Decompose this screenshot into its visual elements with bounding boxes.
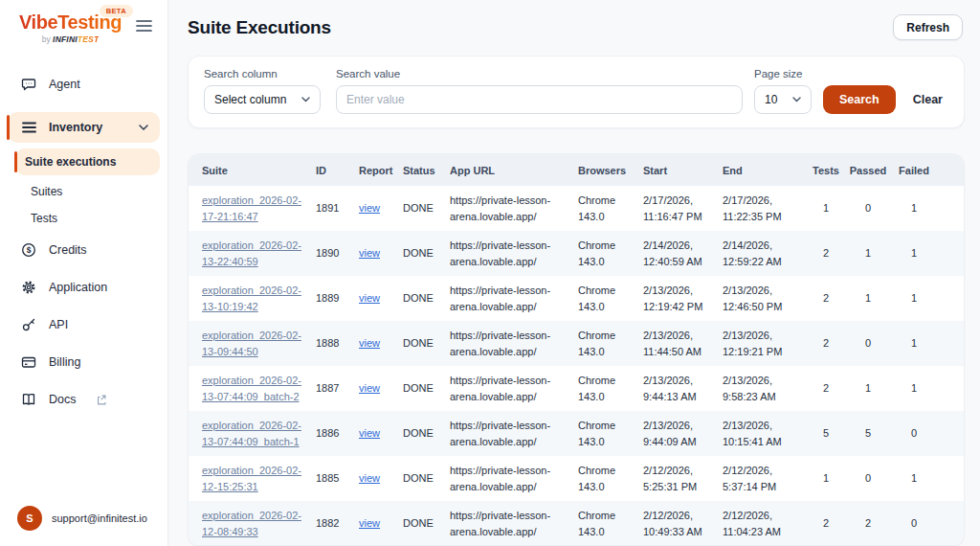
suite-link[interactable]: exploration_2026-02-13-09:44:50 xyxy=(202,330,301,357)
cell-spacer xyxy=(937,411,964,456)
sidebar-item-credits[interactable]: $ Credits xyxy=(0,236,167,264)
search-button[interactable]: Search xyxy=(823,85,896,114)
sidebar-item-application[interactable]: Application xyxy=(0,273,167,302)
column-header-start[interactable]: Start xyxy=(643,154,723,186)
svg-text:$: $ xyxy=(27,245,32,255)
cell-report: view xyxy=(359,366,403,411)
suite-link[interactable]: exploration_2026-02-17-21:16:47 xyxy=(202,194,301,222)
sidebar-item-label: Suite executions xyxy=(25,155,116,169)
cell-status: DONE xyxy=(403,501,450,546)
table-row: exploration_2026-02-13-07:44:09_batch-2 … xyxy=(189,366,964,411)
page-size-label: Page size xyxy=(754,68,812,80)
column-header-end[interactable]: End xyxy=(723,154,807,186)
cell-end: 2/13/2026, 12:19:21 PM xyxy=(723,321,807,366)
sidebar-item-inventory[interactable]: Inventory xyxy=(8,112,160,143)
sidebar-item-api[interactable]: API xyxy=(0,310,167,339)
cell-end: 2/13/2026, 12:46:50 PM xyxy=(723,276,807,321)
suite-link[interactable]: exploration_2026-02-12-15:25:31 xyxy=(202,465,301,492)
cell-passed: 2 xyxy=(845,501,891,546)
column-header-suite[interactable]: Suite xyxy=(189,154,316,186)
cell-passed: 0 xyxy=(845,456,891,501)
cell-start: 2/13/2026, 9:44:13 AM xyxy=(643,366,723,411)
sidebar-item-billing[interactable]: Billing xyxy=(0,348,167,376)
search-value-label: Search value xyxy=(336,68,743,80)
cell-tests: 1 xyxy=(807,186,845,231)
byline-infini: INFINI xyxy=(53,34,78,44)
column-header-status[interactable]: Status xyxy=(403,154,450,186)
cell-suite: exploration_2026-02-17-21:16:47 xyxy=(189,186,316,231)
cell-status: DONE xyxy=(403,411,450,456)
column-header-report[interactable]: Report xyxy=(359,154,403,186)
filter-panel: Search column Select column Search value… xyxy=(188,56,965,128)
gear-icon xyxy=(21,280,36,295)
report-view-link[interactable]: view xyxy=(359,292,380,304)
suite-link[interactable]: exploration_2026-02-12-08:49:33 xyxy=(202,510,301,537)
sidebar-item-suites[interactable]: Suites xyxy=(0,179,167,204)
cell-failed: 1 xyxy=(891,186,937,231)
cell-passed: 1 xyxy=(845,366,891,411)
suite-link[interactable]: exploration_2026-02-13-22:40:59 xyxy=(202,239,301,267)
executions-table-card: Suite ID Report Status App URL Browsers … xyxy=(188,153,965,546)
page-title: Suite Executions xyxy=(188,17,331,38)
clear-button[interactable]: Clear xyxy=(907,85,948,114)
sidebar-item-tests[interactable]: Tests xyxy=(0,206,167,231)
cell-failed: 0 xyxy=(891,411,937,456)
cell-status: DONE xyxy=(403,456,450,501)
report-view-link[interactable]: view xyxy=(359,202,380,214)
cell-tests: 2 xyxy=(807,321,845,366)
cell-id: 1888 xyxy=(316,321,359,366)
sidebar-item-suite-executions[interactable]: Suite executions xyxy=(15,148,160,175)
beta-badge: BETA xyxy=(100,5,133,17)
logo-row: BETA VibeTesting by INFINITEST xyxy=(0,0,167,44)
report-view-link[interactable]: view xyxy=(359,517,380,529)
cell-end: 2/12/2026, 5:37:14 PM xyxy=(723,456,807,501)
cell-report: view xyxy=(359,321,403,366)
report-view-link[interactable]: view xyxy=(359,337,380,349)
list-icon xyxy=(21,120,36,135)
search-column-select[interactable]: Select column xyxy=(204,85,321,114)
column-header-browsers[interactable]: Browsers xyxy=(578,154,643,186)
cell-browsers: Chrome 143.0 xyxy=(578,276,643,321)
sidebar-item-docs[interactable]: Docs xyxy=(0,385,167,414)
cell-status: DONE xyxy=(403,366,450,411)
sidebar-footer[interactable]: S support@infinitest.io xyxy=(0,494,167,546)
cell-id: 1885 xyxy=(316,456,359,501)
cell-spacer xyxy=(937,501,964,546)
table-row: exploration_2026-02-17-21:16:47 1891 vie… xyxy=(189,186,964,231)
column-header-app-url[interactable]: App URL xyxy=(450,154,578,186)
cell-suite: exploration_2026-02-12-08:49:33 xyxy=(189,501,316,546)
column-header-id[interactable]: ID xyxy=(316,154,359,186)
refresh-button[interactable]: Refresh xyxy=(893,14,963,40)
cell-tests: 2 xyxy=(807,231,845,276)
cell-report: view xyxy=(359,231,403,276)
brand-byline: by INFINITEST xyxy=(19,34,122,44)
search-value-input[interactable] xyxy=(336,85,743,114)
logo[interactable]: BETA VibeTesting by INFINITEST xyxy=(19,11,122,44)
page-size-select[interactable]: 10 xyxy=(754,85,812,114)
cell-spacer xyxy=(937,231,964,276)
report-view-link[interactable]: view xyxy=(359,382,380,394)
cell-suite: exploration_2026-02-13-22:40:59 xyxy=(189,231,316,276)
cell-passed: 5 xyxy=(845,411,891,456)
column-spacer xyxy=(937,154,964,186)
sidebar-item-label: Billing xyxy=(49,355,80,369)
suite-link[interactable]: exploration_2026-02-13-10:19:42 xyxy=(202,284,301,312)
report-view-link[interactable]: view xyxy=(359,472,380,484)
column-header-passed[interactable]: Passed xyxy=(845,154,891,186)
cell-spacer xyxy=(937,366,964,411)
search-column-group: Search column Select column xyxy=(204,68,321,114)
cell-start: 2/13/2026, 9:44:09 AM xyxy=(643,411,723,456)
sidebar-item-agent[interactable]: Agent xyxy=(0,70,167,99)
cell-app-url: https://private-lesson-arena.lovable.app… xyxy=(450,276,578,321)
suite-link[interactable]: exploration_2026-02-13-07:44:09_batch-1 xyxy=(202,420,301,447)
cell-browsers: Chrome 143.0 xyxy=(578,411,643,456)
avatar[interactable]: S xyxy=(17,506,42,531)
suite-link[interactable]: exploration_2026-02-13-07:44:09_batch-2 xyxy=(202,375,301,402)
cell-suite: exploration_2026-02-13-07:44:09_batch-1 xyxy=(189,411,316,456)
report-view-link[interactable]: view xyxy=(359,247,380,259)
column-header-tests[interactable]: Tests xyxy=(807,154,845,186)
column-header-failed[interactable]: Failed xyxy=(891,154,937,186)
report-view-link[interactable]: view xyxy=(359,427,380,439)
sidebar-collapse-button[interactable] xyxy=(134,17,154,34)
cell-passed: 1 xyxy=(845,231,891,276)
